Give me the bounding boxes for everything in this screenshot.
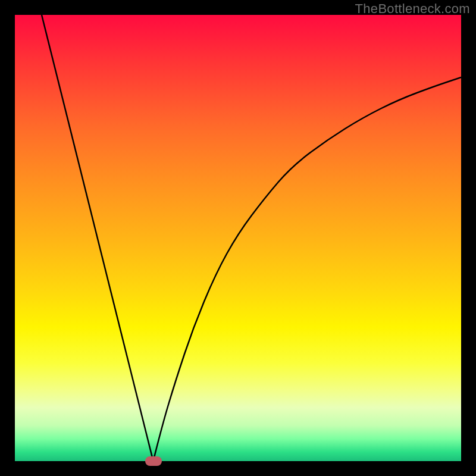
- watermark-text: TheBottleneck.com: [355, 1, 470, 17]
- right-curve: [154, 77, 462, 461]
- chart-frame: TheBottleneck.com: [0, 0, 476, 476]
- plot-area: [15, 15, 461, 461]
- left-curve: [42, 15, 154, 461]
- curve-layer: [15, 15, 461, 461]
- minimum-marker: [145, 456, 162, 466]
